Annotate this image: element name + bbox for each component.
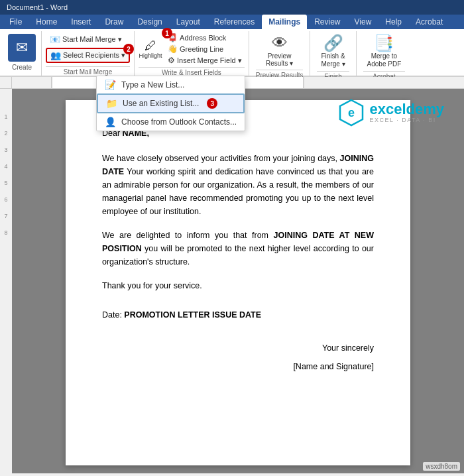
ruler-corner	[0, 77, 12, 88]
preview-results-group: 👁 Preview Results ▾ Preview Results	[249, 31, 311, 76]
para1-start: We have closely observed your activities…	[102, 154, 340, 163]
address-block-label: Address Block	[180, 34, 226, 42]
contacts-icon: 👤	[105, 117, 116, 127]
tab-design[interactable]: Design	[131, 15, 168, 29]
para2-start: We are delighted to inform you that from	[102, 231, 274, 240]
watermark: wsxdh8om	[423, 462, 460, 471]
start-mail-merge-icon: 📧	[50, 34, 60, 44]
outlook-contacts-item[interactable]: 👤 Choose from Outlook Contacts...	[97, 113, 245, 131]
merge-field-icon: ⚙	[168, 56, 175, 65]
badge-2: 2	[123, 44, 134, 54]
acrobat-group: 📑 Merge to Adobe PDF Acrobat	[357, 31, 412, 76]
tab-layout[interactable]: Layout	[170, 15, 207, 29]
signature-para: [Name and Signature]	[102, 360, 374, 373]
insert-merge-field-button[interactable]: ⚙ Insert Merge Field ▾	[165, 55, 245, 66]
write-insert-group: 🖊 Highlight 📮 Address Block 1 👋 Greeting…	[135, 31, 249, 76]
thanks-para: Thank you for your service.	[102, 279, 374, 292]
start-mail-merge-group-label: Start Mail Merge	[46, 66, 130, 76]
finish-merge-button[interactable]: 🔗 Finish & Merge ▾	[317, 32, 349, 70]
badge-1: 1	[162, 28, 172, 38]
signature-text: [Name and Signature]	[293, 362, 374, 371]
outlook-contacts-label: Choose from Outlook Contacts...	[121, 117, 237, 127]
start-mail-merge-button[interactable]: 📧 Start Mail Merge ▾	[46, 32, 130, 46]
badge-3: 3	[207, 98, 217, 109]
logo-name: exceldemy	[369, 102, 444, 117]
finish-icon: 🔗	[323, 34, 343, 52]
greeting-line-label: Greeting Line	[180, 45, 223, 53]
exceldemy-logo: e exceldemy EXCEL · DATA · BI	[337, 99, 444, 127]
type-new-list-label: Type a New List...	[121, 80, 184, 89]
para2-end: you will be promoted to the next higher …	[102, 244, 374, 267]
date-field: PROMOTION LETTER ISSUE DATE	[124, 310, 261, 320]
preview-results-label: Results ▾	[266, 60, 293, 67]
start-mail-merge-group: 📧 Start Mail Merge ▾ 👥 Select Recipients…	[42, 31, 135, 76]
para2: We are delighted to inform you that from…	[102, 229, 374, 268]
use-existing-list-item[interactable]: 📁 Use an Existing List... 3	[97, 93, 245, 113]
insert-merge-field-label: Insert Merge Field ▾	[177, 56, 242, 65]
tab-draw[interactable]: Draw	[98, 15, 130, 29]
create-group: ✉ Create	[3, 31, 42, 76]
envelope-icon: ✉	[16, 39, 28, 56]
tab-insert[interactable]: Insert	[64, 15, 97, 29]
highlight-icon: 🖊	[145, 40, 156, 52]
main-content: 1 2 3 4 5 6 7 8 e exceldemy EXCEL · DATA…	[0, 89, 464, 473]
merge-acrobat-button[interactable]: 📑 Merge to Adobe PDF	[363, 32, 406, 70]
window-title: Document1 - Word	[7, 3, 68, 11]
para1: We have closely observed your activities…	[102, 152, 374, 218]
use-existing-label: Use an Existing List...	[123, 99, 199, 108]
document-page: Dear NAME, We have closely observed your…	[66, 100, 410, 465]
tab-home[interactable]: Home	[29, 15, 64, 29]
folder-icon: 📁	[106, 98, 117, 109]
tab-view[interactable]: View	[348, 15, 378, 29]
write-insert-group-label: Write & Insert Fields	[139, 67, 245, 76]
greeting-line-button[interactable]: 👋 Greeting Line	[165, 44, 245, 54]
para1-mid: Your working spirit and dedication have …	[102, 167, 374, 216]
title-bar: Document1 - Word	[0, 0, 464, 15]
tab-review[interactable]: Review	[308, 15, 347, 29]
preview-results-button[interactable]: 👁 Preview Results ▾	[262, 32, 297, 68]
recipients-icon: 👥	[50, 50, 61, 60]
create-label: Create	[12, 64, 32, 71]
tab-references[interactable]: References	[207, 15, 261, 29]
select-recipients-label: Select Recipients ▾	[63, 51, 125, 60]
date-para: Date: PROMOTION LETTER ISSUE DATE	[102, 308, 374, 322]
tab-help[interactable]: Help	[378, 15, 408, 29]
document-scroll-area[interactable]: e exceldemy EXCEL · DATA · BI Dear NAME,…	[12, 89, 464, 473]
highlight-button[interactable]: 🖊 Highlight	[139, 38, 162, 61]
closing-text: Your sincerely	[322, 343, 374, 353]
closing-para: Your sincerely	[102, 341, 374, 355]
finish-group: 🔗 Finish & Merge ▾ Finish	[310, 31, 356, 76]
tab-file[interactable]: File	[3, 15, 29, 29]
create-button[interactable]: ✉	[8, 34, 36, 62]
tab-mailings[interactable]: Mailings	[262, 15, 307, 29]
finish-merge-label: Finish &	[321, 52, 345, 60]
exceldemy-logo-icon: e	[337, 99, 365, 127]
highlight-label: Highlight	[139, 52, 162, 59]
tab-acrobat[interactable]: Acrobat	[409, 15, 449, 29]
acrobat-icon: 📑	[374, 34, 394, 52]
select-recipients-button[interactable]: 👥 Select Recipients ▾ 2	[46, 48, 130, 63]
date-label: Date:	[102, 310, 124, 320]
thanks-text: Thank you for your service.	[102, 281, 202, 290]
ribbon-tabs: File Home Insert Draw Design Layout Refe…	[0, 15, 464, 29]
vertical-ruler: 1 2 3 4 5 6 7 8	[0, 89, 12, 473]
start-mail-merge-label: Start Mail Merge ▾	[62, 35, 122, 44]
address-block-button[interactable]: 📮 Address Block 1	[165, 32, 245, 43]
type-list-icon: 📝	[105, 80, 116, 90]
svg-text:e: e	[348, 106, 355, 119]
type-new-list-item[interactable]: 📝 Type a New List...	[97, 76, 245, 93]
logo-tagline: EXCEL · DATA · BI	[369, 117, 444, 123]
preview-results-label: Preview	[268, 52, 292, 60]
select-recipients-dropdown: 📝 Type a New List... 📁 Use an Existing L…	[96, 76, 245, 131]
greeting-line-icon: 👋	[168, 44, 178, 54]
preview-icon: 👁	[272, 34, 288, 52]
